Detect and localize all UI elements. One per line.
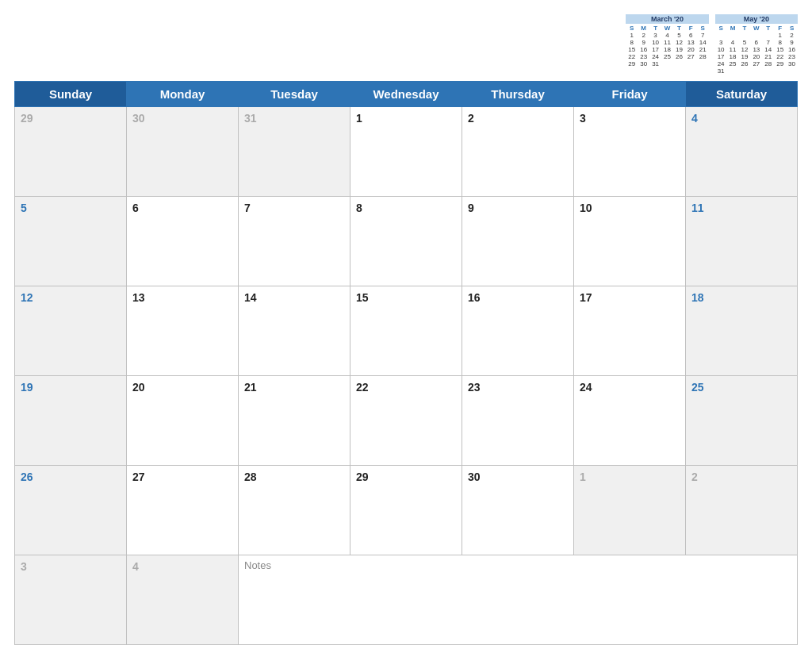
mini-cal-day	[727, 32, 739, 39]
day-number: 22	[356, 381, 369, 394]
mini-cal-day: 27	[750, 60, 762, 67]
mini-cal-day	[727, 67, 739, 75]
day-number: 31	[244, 112, 257, 125]
day-number: 1	[580, 471, 586, 483]
mini-cal-day: 14	[697, 39, 709, 46]
mini-cal-day	[774, 67, 786, 75]
mini-cal-day-header: W	[661, 25, 673, 32]
calendar-day-cell: 18	[686, 286, 798, 376]
day-number: 2	[691, 471, 698, 483]
calendar-day-cell: 1	[350, 107, 462, 197]
mini-cal-title: March '20	[626, 14, 708, 24]
mini-cal-day: 7	[762, 39, 774, 46]
mini-cal-day-header: M	[638, 25, 649, 32]
calendar-day-cell: 3	[15, 555, 127, 645]
day-number: 4	[691, 112, 698, 125]
mini-cal-day: 30	[638, 60, 649, 67]
calendar-day-cell: 7	[239, 197, 350, 286]
calendar-day-cell: 26	[15, 466, 127, 555]
mini-cal-day-header: S	[626, 25, 638, 32]
calendar-day-cell: 11	[686, 197, 798, 286]
mini-cal-day: 20	[685, 46, 697, 53]
mini-cal-day: 24	[649, 53, 661, 60]
calendar-day-cell: 24	[574, 376, 686, 466]
day-number: 3	[580, 112, 586, 125]
mini-cal-day-header: M	[727, 25, 739, 32]
day-number: 30	[132, 112, 145, 125]
mini-cal-day: 26	[738, 60, 750, 67]
mini-cal-day	[738, 32, 750, 39]
mini-cal-day: 10	[649, 39, 661, 46]
mini-cal-day: 30	[786, 60, 798, 67]
mini-cal-day: 15	[626, 46, 638, 53]
calendar-day-cell: 10	[574, 197, 686, 286]
mini-cal-day: 23	[786, 53, 798, 60]
mini-cal-day: 21	[697, 46, 709, 53]
calendar-day-cell: 22	[350, 376, 462, 466]
day-number: 13	[132, 291, 145, 304]
calendar-day-cell: 9	[462, 197, 574, 286]
calendar-day-cell: 13	[127, 286, 239, 376]
day-number: 17	[580, 291, 592, 304]
calendar-week-row: 262728293012	[15, 466, 798, 555]
calendar-day-cell: 20	[127, 376, 239, 466]
mini-cal-day: 3	[649, 32, 661, 39]
weekday-header-tuesday: Tuesday	[239, 82, 350, 107]
day-number: 19	[21, 381, 33, 394]
mini-cal-day: 4	[661, 32, 673, 39]
day-number: 29	[21, 112, 33, 125]
mini-cal-day: 31	[649, 60, 661, 67]
calendar-day-cell: 16	[462, 286, 574, 376]
day-number: 6	[132, 202, 139, 214]
main-calendar: SundayMondayTuesdayWednesdayThursdayFrid…	[14, 81, 798, 645]
weekday-header-thursday: Thursday	[462, 82, 574, 107]
day-number: 2	[468, 112, 474, 125]
mini-cal-day: 19	[673, 46, 685, 53]
calendar-day-cell: 29	[350, 466, 462, 555]
mini-cal-day: 18	[661, 46, 673, 53]
mini-cal-day: 18	[727, 53, 739, 60]
calendar-day-cell: 29	[15, 107, 127, 197]
mini-calendar-march: March '20SMTWTFS123456789101112131415161…	[626, 14, 708, 67]
day-number: 27	[132, 471, 145, 483]
calendar-day-cell: 30	[127, 107, 239, 197]
weekday-header-monday: Monday	[127, 82, 239, 107]
mini-cal-day-header: W	[750, 25, 762, 32]
mini-cal-day: 17	[649, 46, 661, 53]
day-number: 20	[132, 381, 145, 394]
mini-cal-day-header: T	[738, 25, 750, 32]
day-number: 21	[244, 381, 257, 394]
day-number: 25	[691, 381, 704, 394]
mini-calendars-container: March '20SMTWTFS123456789101112131415161…	[626, 14, 798, 75]
day-number: 29	[356, 471, 369, 483]
weekday-header-sunday: Sunday	[15, 82, 127, 107]
day-number: 26	[21, 471, 33, 483]
calendar-week-row: 2930311234	[15, 107, 798, 197]
mini-cal-day: 23	[638, 53, 649, 60]
day-number: 4	[132, 560, 139, 573]
day-number: 7	[244, 202, 251, 214]
mini-cal-day-header: T	[673, 25, 685, 32]
mini-cal-day: 21	[762, 53, 774, 60]
mini-cal-day-header: S	[786, 25, 798, 32]
day-number: 14	[244, 291, 257, 304]
mini-cal-day: 26	[673, 53, 685, 60]
calendar-header: SundayMondayTuesdayWednesdayThursdayFrid…	[15, 82, 798, 107]
calendar-day-cell: 1	[574, 466, 686, 555]
notes-row: 34Notes	[15, 555, 798, 645]
calendar-day-cell: 27	[127, 466, 239, 555]
mini-cal-day: 2	[638, 32, 649, 39]
mini-cal-day: 16	[786, 46, 798, 53]
mini-cal-day: 6	[750, 39, 762, 46]
mini-cal-day: 11	[661, 39, 673, 46]
calendar-day-cell: 4	[127, 555, 239, 645]
weekday-header-wednesday: Wednesday	[350, 82, 462, 107]
weekday-header-saturday: Saturday	[686, 82, 798, 107]
mini-cal-day-header: T	[649, 25, 661, 32]
mini-cal-day: 1	[774, 32, 786, 39]
day-number: 11	[691, 202, 704, 214]
mini-cal-day	[786, 67, 798, 75]
mini-cal-day: 22	[626, 53, 638, 60]
calendar-day-cell: 14	[239, 286, 350, 376]
mini-cal-day: 13	[685, 39, 697, 46]
